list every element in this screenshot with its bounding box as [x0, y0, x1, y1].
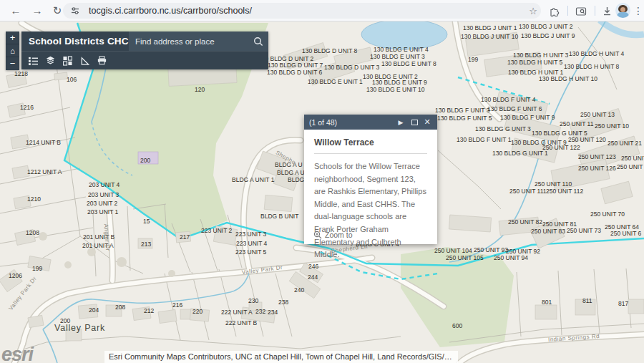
browser-toolbar: ← → ↻ tocgis.ci.carrboro.nc.us/carrboro/… — [0, 0, 644, 21]
measure-icon[interactable] — [80, 56, 89, 66]
next-feature-icon[interactable]: ▶ — [396, 119, 406, 126]
app-toolbar — [21, 51, 268, 69]
zoom-in-button[interactable]: + — [6, 32, 19, 44]
zoom-out-button[interactable]: − — [6, 57, 19, 70]
map-attribution: Esri Community Maps Contributors, UNC at… — [104, 351, 458, 363]
zoom-to-icon — [313, 231, 322, 239]
back-icon[interactable]: ← — [7, 2, 24, 19]
esri-logo: esri — [1, 344, 33, 363]
download-icon[interactable] — [598, 3, 615, 20]
browser-menu-icon[interactable]: ⋮ — [633, 2, 643, 19]
map-canvas[interactable]: 121810612161201214 UNIT B2001212 UNIT A1… — [0, 21, 644, 363]
app-header: School Districts CHCCS — [21, 32, 268, 69]
avatar-face — [620, 7, 625, 12]
screen: { "browser": { "url": "tocgis.ci.carrbor… — [0, 0, 644, 363]
popup-text: Schools for the Willow Terrace neighborh… — [314, 160, 427, 261]
extensions-icon[interactable] — [545, 3, 562, 20]
profile-avatar[interactable] — [615, 3, 630, 18]
maximize-icon[interactable] — [411, 120, 418, 125]
address-bar[interactable]: tocgis.ci.carrboro.nc.us/carrboro/school… — [63, 3, 541, 19]
avatar-body — [617, 12, 629, 18]
search-input[interactable] — [129, 32, 248, 51]
legend-icon[interactable] — [29, 56, 38, 66]
popup-title: Willow Terrace — [314, 137, 427, 154]
zoom-controls: + ⌂ − — [6, 32, 19, 70]
print-icon[interactable] — [97, 56, 107, 66]
bookmark-star-icon[interactable]: ☆ — [525, 3, 541, 19]
search-icon[interactable] — [248, 32, 268, 51]
close-icon[interactable]: ✕ — [422, 117, 432, 127]
feature-popup: (1 of 48) ▶ ✕ Willow Terrace Schools for… — [304, 115, 437, 244]
toolbar-divider — [567, 6, 568, 16]
app-title: School Districts CHCCS — [29, 32, 142, 51]
toolbar-divider — [595, 6, 595, 16]
layers-icon[interactable] — [46, 56, 55, 66]
search-box[interactable] — [129, 32, 268, 51]
zoom-to-label: Zoom to — [325, 231, 353, 239]
sidebar-search-icon[interactable] — [572, 3, 590, 20]
popup-pagination: (1 of 48) — [309, 118, 391, 127]
basemap-gallery-icon[interactable] — [63, 56, 72, 66]
site-info-icon[interactable] — [67, 3, 83, 19]
zoom-to-link[interactable]: Zoom to — [313, 231, 353, 239]
url-text[interactable]: tocgis.ci.carrboro.nc.us/carrboro/school… — [89, 6, 525, 16]
home-button[interactable]: ⌂ — [6, 44, 19, 57]
forward-icon[interactable]: → — [29, 2, 46, 19]
popup-header: (1 of 48) ▶ ✕ — [304, 115, 437, 130]
